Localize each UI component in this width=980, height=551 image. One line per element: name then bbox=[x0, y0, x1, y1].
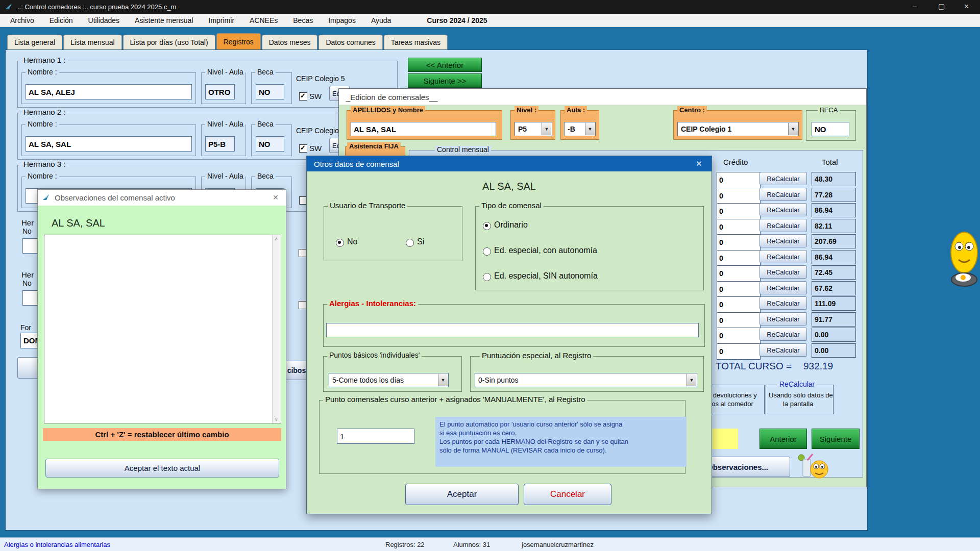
credito-input[interactable] bbox=[717, 343, 761, 360]
recalcular-button[interactable]: ReCalcular bbox=[760, 250, 807, 263]
recalcular-button[interactable]: ReCalcular bbox=[760, 172, 807, 185]
close-icon[interactable]: ✕ bbox=[273, 193, 279, 202]
credito-input[interactable] bbox=[717, 281, 761, 297]
chevron-down-icon[interactable]: ▼ bbox=[542, 123, 551, 135]
recalcular-info-title: ReCalcular bbox=[777, 381, 817, 388]
hermano4-nombre-field-fragment[interactable] bbox=[22, 238, 38, 254]
tab-registros[interactable]: Registros bbox=[216, 33, 261, 49]
hermano2-sw-checkbox[interactable] bbox=[299, 144, 307, 153]
tab-label: Datos comunes bbox=[326, 38, 375, 46]
observaciones-textarea[interactable]: ∧ ∨ bbox=[44, 235, 281, 423]
hermano5-nombre-field-fragment[interactable] bbox=[22, 290, 38, 306]
nivel-dropdown[interactable]: P5▼ bbox=[514, 122, 552, 136]
aceptar-button[interactable]: Aceptar bbox=[405, 484, 519, 505]
hermano1-sw-checkbox[interactable] bbox=[299, 92, 307, 101]
credito-input[interactable] bbox=[717, 265, 761, 282]
alergias-input[interactable] bbox=[326, 323, 699, 337]
siguiente-nav-button[interactable]: Siguiente >> bbox=[408, 73, 482, 88]
siguiente-record-button[interactable]: Siguiente bbox=[812, 429, 860, 449]
credito-input[interactable] bbox=[717, 188, 761, 204]
apellidos-field[interactable]: AL SA, SAL bbox=[351, 122, 496, 136]
recalcular-button[interactable]: ReCalcular bbox=[760, 281, 807, 294]
recalcular-button[interactable]: ReCalcular bbox=[760, 234, 807, 247]
aceptar-texto-button[interactable]: Aceptar el texto actual bbox=[45, 459, 279, 478]
siguiente-record-label: Siguiente bbox=[820, 435, 852, 443]
tab-datos-meses[interactable]: Datos meses bbox=[262, 35, 318, 49]
credito-input[interactable] bbox=[717, 219, 761, 235]
beca-field[interactable]: NO bbox=[812, 122, 849, 136]
credito-input[interactable] bbox=[717, 328, 761, 344]
recalcular-button[interactable]: ReCalcular bbox=[760, 343, 807, 357]
tab-lista-mensual[interactable]: Lista mensual bbox=[63, 35, 121, 49]
close-icon[interactable]: ✕ bbox=[696, 159, 702, 168]
chevron-down-icon[interactable]: ▼ bbox=[438, 374, 448, 386]
recalcular-button[interactable]: ReCalcular bbox=[760, 328, 807, 341]
chevron-down-icon[interactable]: ▼ bbox=[687, 374, 696, 386]
recalcular-button[interactable]: ReCalcular bbox=[760, 219, 807, 232]
menu-archivo[interactable]: Archivo bbox=[10, 16, 34, 24]
otros-title-bar[interactable]: Otros datos de comensal ✕ bbox=[307, 156, 712, 171]
puntos-manuales-input[interactable] bbox=[337, 429, 414, 444]
menu-acnees[interactable]: ACNEEs bbox=[250, 16, 278, 24]
total-value: 77.28 bbox=[812, 188, 856, 202]
chevron-down-icon[interactable]: ▼ bbox=[585, 123, 595, 135]
transporte-no-radio[interactable] bbox=[336, 239, 344, 247]
menu-imprimir[interactable]: Imprimir bbox=[209, 16, 235, 24]
hermano2-nivel-aula-field[interactable]: P5-B bbox=[205, 136, 235, 152]
hermano5-sw-checkbox[interactable] bbox=[299, 301, 307, 309]
menu-becas[interactable]: Becas bbox=[293, 16, 313, 24]
edicion-title-bar[interactable]: _Edicion de comensales__ bbox=[339, 89, 866, 105]
chevron-down-icon[interactable]: ▼ bbox=[788, 123, 798, 135]
credito-input[interactable] bbox=[717, 234, 761, 251]
credito-input[interactable] bbox=[717, 172, 761, 188]
tipo-especial-sin-radio[interactable] bbox=[483, 273, 491, 281]
menu-utilidades[interactable]: Utilidades bbox=[88, 16, 119, 24]
maximize-button[interactable]: ▢ bbox=[938, 2, 945, 10]
recalcular-button[interactable]: ReCalcular bbox=[760, 312, 807, 325]
hermano2-beca-field[interactable]: NO bbox=[256, 136, 284, 152]
credito-input[interactable] bbox=[717, 296, 761, 313]
tab-lista-por-dias[interactable]: Lista por días (uso Total) bbox=[123, 35, 215, 49]
credito-input[interactable] bbox=[717, 250, 761, 266]
status-alergias-link[interactable]: Alergias o intolerancias alimentarias bbox=[4, 541, 110, 548]
centro-dropdown[interactable]: CEIP Colegio 1▼ bbox=[677, 122, 799, 136]
menu-edicion[interactable]: Edición bbox=[50, 16, 73, 24]
anterior-record-button[interactable]: Anterior bbox=[760, 429, 807, 449]
anterior-nav-button[interactable]: << Anterior bbox=[408, 58, 482, 72]
recalcular-button[interactable]: ReCalcular bbox=[760, 265, 807, 279]
recalcular-button[interactable]: ReCalcular bbox=[760, 188, 807, 201]
cancelar-button[interactable]: Cancelar bbox=[524, 484, 611, 505]
hermano4-sw-checkbox[interactable] bbox=[299, 249, 307, 257]
puntos-basicos-dropdown[interactable]: 5-Come todos los días▼ bbox=[329, 373, 449, 387]
menu-ayuda[interactable]: Ayuda bbox=[371, 16, 391, 24]
observaciones-title-bar[interactable]: Observaciones del comensal activo ✕ bbox=[38, 190, 286, 206]
tab-lista-general[interactable]: Lista general bbox=[7, 35, 62, 49]
tab-datos-comunes[interactable]: Datos comunes bbox=[318, 35, 382, 49]
tipo-ordinario-radio[interactable] bbox=[483, 222, 491, 230]
scroll-up-icon[interactable]: ∧ bbox=[275, 236, 278, 241]
scroll-down-icon[interactable]: ∨ bbox=[275, 417, 278, 422]
minimize-button[interactable]: – bbox=[913, 2, 917, 10]
nivel-aula-label: Nivel - Aula bbox=[205, 120, 246, 128]
hermano1-nivel-aula-field[interactable]: OTRO bbox=[205, 84, 235, 99]
credito-input[interactable] bbox=[717, 203, 761, 219]
hermano2-nivel-aula-group: Nivel - Aula P5-B bbox=[201, 124, 246, 156]
tipo-especial-con-radio[interactable] bbox=[483, 247, 491, 256]
observaciones-button-label: Observaciones... bbox=[707, 463, 768, 471]
aula-dropdown[interactable]: -B▼ bbox=[564, 122, 596, 136]
hermano1-nombre-field[interactable]: AL SA, ALEJ bbox=[26, 84, 192, 99]
menu-asistente-mensual[interactable]: Asistente mensual bbox=[135, 16, 193, 24]
credito-input[interactable] bbox=[717, 312, 761, 329]
hermano1-beca-field[interactable]: NO bbox=[256, 84, 284, 99]
puntuacion-especial-dropdown[interactable]: 0-Sin puntos▼ bbox=[475, 373, 697, 387]
hermano2-nombre-field[interactable]: AL SA, SAL bbox=[26, 136, 192, 152]
close-button[interactable]: ✕ bbox=[964, 3, 969, 10]
scrollbar[interactable]: ∧ ∨ bbox=[272, 235, 281, 423]
menu-impagos[interactable]: Impagos bbox=[328, 16, 356, 24]
transporte-si-radio[interactable] bbox=[406, 239, 414, 247]
forma-pago-field-fragment[interactable]: DOM bbox=[20, 333, 38, 348]
pagos-line2: nos al comedor bbox=[708, 400, 753, 408]
recalcular-button[interactable]: ReCalcular bbox=[760, 296, 807, 310]
recalcular-button[interactable]: ReCalcular bbox=[760, 203, 807, 216]
tab-tareas-masivas[interactable]: Tareas masivas bbox=[384, 35, 448, 49]
